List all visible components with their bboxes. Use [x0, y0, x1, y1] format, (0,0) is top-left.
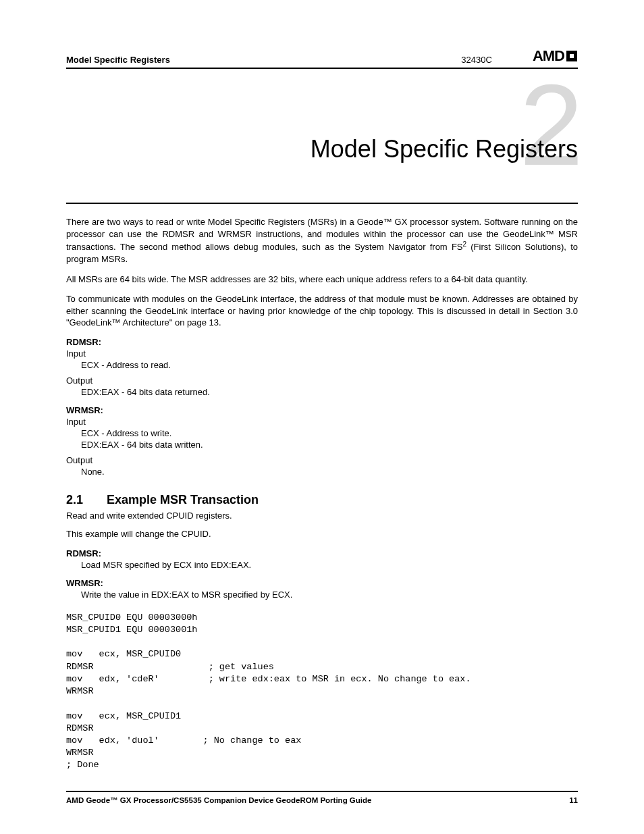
- wrmsr-label: WRMSR:: [66, 405, 578, 415]
- section-2-1-number: 2.1: [66, 493, 107, 507]
- wrmsr-output-label: Output: [66, 455, 578, 465]
- rdmsr-input-line: ECX - Address to read.: [81, 360, 578, 370]
- rdmsr-output-label: Output: [66, 375, 578, 386]
- footer-page-number: 11: [569, 796, 578, 804]
- section-2-1-title: Example MSR Transaction: [107, 493, 259, 506]
- section-2-1-rdmsr-text: Load MSR specified by ECX into EDX:EAX.: [81, 560, 578, 570]
- header-section-title: Model Specific Registers: [66, 55, 170, 65]
- chapter-title: Model Specific Registers: [311, 135, 578, 163]
- section-2-1-rdmsr-label: RDMSR:: [66, 548, 578, 558]
- chapter-heading-block: 2 Model Specific Registers: [66, 81, 578, 203]
- footer-title: AMD Geode™ GX Processor/CS5535 Companion…: [66, 796, 371, 804]
- chapter-rule: [66, 203, 578, 204]
- section-2-1-p2: This example will change the CPUID.: [66, 528, 578, 540]
- rdmsr-input-label: Input: [66, 348, 578, 359]
- section-2-1-wrmsr-text: Write the value in EDX:EAX to MSR specif…: [81, 590, 578, 600]
- intro-paragraph-2: All MSRs are 64 bits wide. The MSR addre…: [66, 273, 578, 286]
- document-page: Model Specific Registers 32430C AMD 2 Mo…: [0, 0, 644, 834]
- rdmsr-label: RDMSR:: [66, 337, 578, 347]
- intro-paragraph-3: To communicate with modules on the Geode…: [66, 293, 578, 329]
- page-header: Model Specific Registers 32430C AMD: [66, 47, 578, 69]
- rdmsr-output-line: EDX:EAX - 64 bits data returned.: [81, 387, 578, 397]
- section-2-1-heading: 2.1Example MSR Transaction: [66, 493, 578, 507]
- header-doc-id: 32430C: [461, 55, 492, 65]
- wrmsr-output-line: None.: [81, 467, 578, 477]
- intro-paragraph-1: There are two ways to read or write Mode…: [66, 216, 578, 265]
- page-footer: AMD Geode™ GX Processor/CS5535 Companion…: [66, 791, 578, 804]
- wrmsr-input-line2: EDX:EAX - 64 bits data written.: [81, 440, 578, 450]
- section-2-1-p1: Read and write extended CPUID registers.: [66, 510, 578, 522]
- wrmsr-input-line1: ECX - Address to write.: [81, 428, 578, 438]
- chapter-number: 2: [519, 68, 583, 182]
- section-2-1-wrmsr-label: WRMSR:: [66, 578, 578, 588]
- wrmsr-input-label: Input: [66, 417, 578, 427]
- code-listing: MSR_CPUID0 EQU 00003000h MSR_CPUID1 EQU …: [66, 612, 578, 772]
